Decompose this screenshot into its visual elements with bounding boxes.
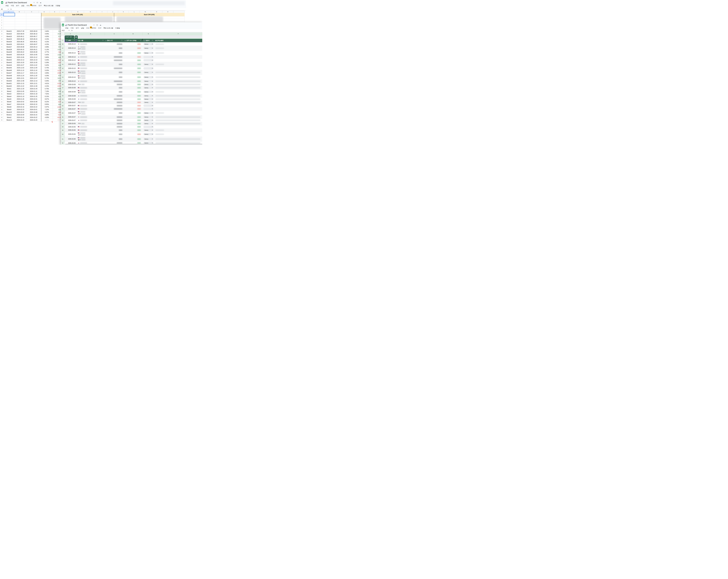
plan-cell[interactable] <box>154 116 202 119</box>
table-row[interactable]: 41 2026-03-12 할인 Danny <box>61 62 202 67</box>
column-header[interactable]: F <box>154 32 202 35</box>
move-folder-icon[interactable]: 🗀 <box>96 24 98 26</box>
week-cell[interactable]: Week13 <box>3 119 15 122</box>
value-cell[interactable] <box>105 119 124 122</box>
column-header[interactable]: H <box>84 11 97 13</box>
row-number[interactable]: 38 <box>0 90 3 93</box>
table-row[interactable]: 23 Week39 2025-09-22 2025-09-28 4.77% -7… <box>0 51 63 54</box>
metric-cell[interactable]: 무료 <box>76 122 105 125</box>
column-header[interactable] <box>174 11 185 13</box>
start-date-cell[interactable]: 2025-11-03 <box>15 67 26 69</box>
row-number[interactable]: 31 <box>0 72 3 74</box>
change-cell[interactable] <box>124 62 142 67</box>
metric-cell[interactable]: 연구 <box>76 111 105 116</box>
owner-dropdown-chip[interactable]: Danny <box>144 123 154 125</box>
empty-cell[interactable] <box>26 19 41 22</box>
empty-cell[interactable] <box>26 27 41 29</box>
cvr-value-cell[interactable]: 4.61% <box>41 82 53 85</box>
plan-cell[interactable] <box>154 132 202 137</box>
start-date-cell[interactable]: 2025-12-22 <box>15 85 26 87</box>
row-number[interactable]: 33 <box>0 77 3 80</box>
header-plan[interactable]: 원인/액션플랜 <box>154 39 202 42</box>
metric-cell[interactable]: 할인 <box>76 62 105 67</box>
end-date-cell[interactable]: 2026-01-11 <box>26 90 41 93</box>
header-change[interactable]: % 전주 대비 변화율 <box>124 39 142 42</box>
start-date-cell[interactable]: 2025-11-10 <box>15 69 26 72</box>
plan-cell[interactable] <box>154 129 202 132</box>
week-cell[interactable]: Week37 <box>3 46 15 48</box>
value-cell[interactable] <box>105 62 124 67</box>
end-date-cell[interactable]: 2026-01-04 <box>26 87 41 90</box>
row-number[interactable]: 6 <box>0 27 3 29</box>
plan-cell[interactable] <box>154 94 202 98</box>
week-cell[interactable]: Week45 <box>3 67 15 69</box>
start-date-cell[interactable]: 2026-01-05 <box>15 90 26 93</box>
start-date-cell[interactable]: 2025-09-29 <box>15 53 26 56</box>
row-number[interactable]: 28 <box>0 64 3 67</box>
date-cell[interactable]: 2026-03-06 <box>64 137 76 142</box>
end-date-cell[interactable]: 2026-01-18 <box>26 93 41 95</box>
row-number[interactable]: 35 <box>0 82 3 85</box>
plan-cell[interactable] <box>154 101 202 104</box>
plan-cell[interactable] <box>154 70 202 75</box>
start-date-cell[interactable]: 2025-09-08 <box>15 46 26 48</box>
plan-cell[interactable] <box>154 107 202 111</box>
end-date-cell[interactable]: 2026-03-22 <box>26 116 41 119</box>
table-row[interactable]: 38 Week2 2026-01-05 2026-01-11 7.19% 6.3… <box>0 90 63 93</box>
table-row[interactable]: 16 Week32 2025-08-04 2025-08-10 4.09% 18… <box>0 33 63 35</box>
plan-cell[interactable] <box>154 55 202 59</box>
week-cell[interactable]: Week44 <box>3 64 15 67</box>
table-row[interactable]: 36 2026-03-14 Danny <box>61 43 202 46</box>
metric-cell[interactable] <box>76 98 105 101</box>
row-number[interactable]: 18 <box>0 38 3 41</box>
change-cell[interactable] <box>124 111 142 116</box>
empty-cell[interactable] <box>3 24 15 27</box>
value-cell[interactable] <box>105 80 124 83</box>
metric-cell[interactable] <box>76 86 105 90</box>
end-date-cell[interactable]: 2026-02-15 <box>26 103 41 106</box>
date-cell[interactable]: 2026-03-06 <box>64 129 76 132</box>
end-date-cell[interactable]: 2026-03-29 <box>26 119 41 122</box>
metric-cell[interactable] <box>76 43 105 46</box>
row-number[interactable]: 37 <box>61 46 64 51</box>
change-cell[interactable] <box>124 137 142 142</box>
metric-cell[interactable] <box>76 119 105 122</box>
menu-item[interactable]: 확장 프로그램 <box>104 27 113 29</box>
column-header[interactable]: I <box>97 11 107 13</box>
row-number[interactable]: 48 <box>0 116 3 119</box>
table-row[interactable]: 55 2026-03-07 Danny <box>61 116 202 119</box>
cvr-value-cell[interactable]: 4.23% <box>41 43 53 46</box>
end-date-cell[interactable]: 2026-03-08 <box>26 111 41 114</box>
empty-cell[interactable] <box>15 22 26 24</box>
menu-item[interactable]: 수정 <box>71 27 74 29</box>
cvr-value-cell[interactable]: 6.76% <box>41 87 53 90</box>
owner-cell[interactable] <box>142 107 154 111</box>
plan-cell[interactable] <box>154 137 202 142</box>
date-cell[interactable]: 2026-03-12 <box>64 62 76 67</box>
table-row[interactable]: 38 2026-03-13 할인 Danny <box>61 51 202 55</box>
row-number[interactable]: 29 <box>0 67 3 69</box>
plan-cell[interactable] <box>154 90 202 94</box>
metric-cell[interactable] <box>76 104 105 107</box>
cvr-value-cell[interactable]: 4.93% <box>41 116 53 119</box>
column-header[interactable]: L <box>129 11 140 13</box>
end-date-cell[interactable]: 2025-08-17 <box>26 35 41 38</box>
table-row[interactable]: 49 2026-03-08 Danny <box>61 94 202 98</box>
owner-cell[interactable]: Danny <box>142 122 154 125</box>
owner-dropdown-chip[interactable]: Danny <box>144 112 154 114</box>
value-cell[interactable] <box>105 43 124 46</box>
row-number[interactable]: 53 <box>61 107 64 111</box>
column-header[interactable]: C <box>25 11 39 13</box>
change-cell[interactable] <box>124 107 142 111</box>
table-row[interactable]: 58 2026-03-06 <box>61 125 202 129</box>
header-value[interactable]: # 현재 수치 <box>105 39 124 42</box>
week-cell[interactable]: Week47 <box>3 72 15 74</box>
menu-item[interactable]: 삽입 <box>21 5 24 7</box>
start-date-cell[interactable]: 2026-02-16 <box>15 106 26 108</box>
start-date-cell[interactable]: 2025-08-11 <box>15 35 26 38</box>
owner-dropdown-chip[interactable]: Danny <box>144 133 154 135</box>
column-header[interactable]: K <box>118 11 129 13</box>
change-cell[interactable] <box>124 43 142 46</box>
value-cell[interactable] <box>105 75 124 80</box>
row-number[interactable]: 38 <box>61 51 64 55</box>
